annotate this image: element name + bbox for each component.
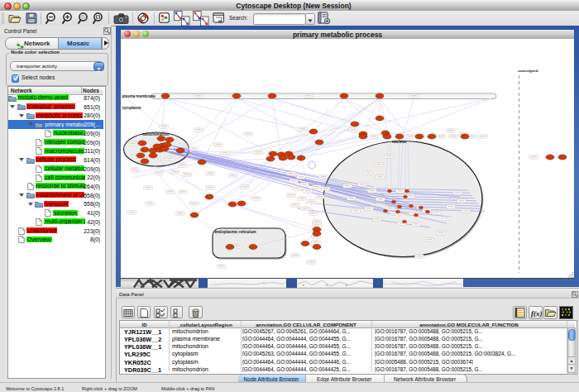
svg-text:mitochondrion: mitochondrion xyxy=(142,132,169,136)
svg-text:unassigned: unassigned xyxy=(518,69,538,73)
svg-text:cytoplasm: cytoplasm xyxy=(122,106,141,110)
svg-text:f(x): f(x) xyxy=(531,308,542,317)
svg-text:nucleus: nucleus xyxy=(392,140,407,144)
svg-text:plasma membrane: plasma membrane xyxy=(122,94,156,98)
svg-text:endoplasmic reticulum: endoplasmic reticulum xyxy=(215,230,256,234)
